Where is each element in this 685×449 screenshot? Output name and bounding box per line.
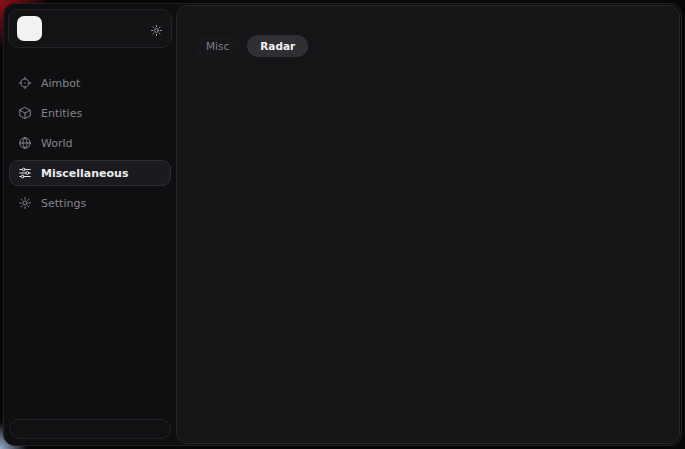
logo-card xyxy=(8,9,172,48)
sidebar-item-settings[interactable]: Settings xyxy=(9,190,171,216)
main-content: MiscRadar xyxy=(176,5,680,444)
sidebar: Aimbot Entities World Miscellaneous Sett… xyxy=(4,4,176,445)
sidebar-nav: Aimbot Entities World Miscellaneous Sett… xyxy=(4,68,176,218)
app-logo xyxy=(17,16,42,41)
app-window: Aimbot Entities World Miscellaneous Sett… xyxy=(3,3,682,446)
cube-icon xyxy=(18,106,32,120)
globe-icon xyxy=(18,136,32,150)
filter-icon xyxy=(18,166,32,180)
tab-radar[interactable]: Radar xyxy=(247,35,308,57)
sidebar-item-aimbot[interactable]: Aimbot xyxy=(9,70,171,96)
sidebar-item-entities[interactable]: Entities xyxy=(9,100,171,126)
sidebar-item-miscellaneous[interactable]: Miscellaneous xyxy=(9,160,171,186)
crosshair-icon xyxy=(18,76,32,90)
subscription-box xyxy=(9,419,171,439)
tab-misc[interactable]: Misc xyxy=(193,35,242,57)
gear-icon xyxy=(18,196,32,210)
sidebar-item-world[interactable]: World xyxy=(9,130,171,156)
tab-bar: MiscRadar xyxy=(193,35,663,57)
settings-gear-icon[interactable] xyxy=(150,22,163,35)
